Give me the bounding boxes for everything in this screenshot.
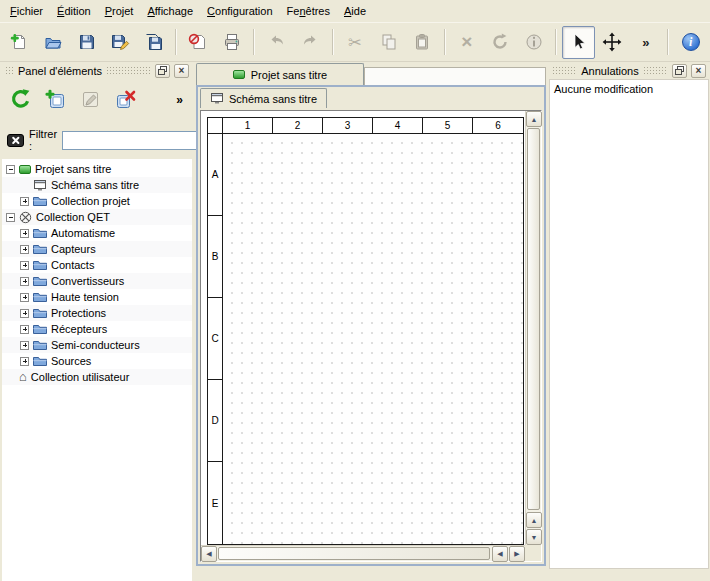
dock-grip[interactable] (643, 66, 668, 75)
tree-item-schema-sans-titre[interactable]: Schéma sans titre (2, 177, 192, 193)
expand-icon[interactable] (20, 293, 29, 302)
tree-item-collection-utilisateur[interactable]: ⌂Collection utilisateur (2, 369, 192, 385)
float-panel-button[interactable] (672, 64, 687, 78)
dock-grip[interactable] (106, 66, 151, 75)
open-document-icon (43, 32, 63, 52)
delete-element-button[interactable] (110, 84, 141, 115)
tree-item-convertisseurs[interactable]: Convertisseurs (2, 273, 192, 289)
about-info-button[interactable]: i (674, 26, 707, 59)
expand-icon[interactable] (20, 197, 29, 206)
scroll-up-button[interactable]: ▲ (526, 111, 542, 127)
scroll-down-button[interactable]: ▼ (526, 529, 542, 545)
menu-aide[interactable]: Aide (337, 0, 373, 22)
print-button[interactable] (216, 26, 249, 59)
ruler-row-label: E (208, 462, 223, 544)
horizontal-scrollbar[interactable]: ◀ ◀ ▶ (201, 545, 525, 561)
undo-list[interactable]: Aucune modification (549, 79, 709, 569)
cut-icon: ✂ (348, 33, 361, 52)
save-all-button[interactable] (138, 26, 171, 59)
project-tabbar: Projet sans titre (196, 62, 546, 85)
clear-filter-icon[interactable] (7, 132, 24, 149)
diagram-tab-label: Schéma sans titre (229, 93, 317, 105)
tree-item-haute-tension[interactable]: Haute tension (2, 289, 192, 305)
tree-item-contacts[interactable]: Contacts (2, 257, 192, 273)
dock-grip[interactable] (552, 66, 577, 75)
reload-button[interactable] (5, 84, 36, 115)
schematic-canvas[interactable]: 123456 ABCDE (201, 111, 525, 545)
tree-item-label: Collection QET (36, 211, 110, 223)
grid-area[interactable] (223, 134, 523, 544)
tree-item-projet-sans-titre[interactable]: Projet sans titre (2, 161, 192, 177)
expand-icon[interactable] (20, 341, 29, 350)
expand-icon[interactable] (20, 229, 29, 238)
close-panel-button[interactable]: × (174, 64, 189, 78)
column-ruler: 123456 (208, 118, 523, 134)
editor-area: Projet sans titre Schéma sans titre (196, 62, 546, 566)
tab-diagram[interactable]: Schéma sans titre (200, 88, 327, 108)
close-panel-button[interactable]: × (691, 64, 706, 78)
panel-overflow-chevron[interactable]: » (176, 93, 183, 107)
edit-element-button[interactable] (75, 84, 106, 115)
tree-item-sources[interactable]: Sources (2, 353, 192, 369)
menu-projet[interactable]: Projet (98, 0, 141, 22)
tree-item-semi-conducteurs[interactable]: Semi-conducteurs (2, 337, 192, 353)
move-mode-button[interactable] (596, 26, 629, 59)
vertical-scrollbar[interactable]: ▲ ▲ ▼ (525, 111, 541, 545)
menu-configuration[interactable]: Configuration (200, 0, 279, 22)
expand-icon[interactable] (20, 357, 29, 366)
collapse-icon[interactable] (6, 165, 15, 174)
save-button[interactable] (70, 26, 103, 59)
horizontal-scroll-thumb[interactable] (218, 547, 490, 560)
undo-button[interactable] (260, 26, 293, 59)
paste-button[interactable] (406, 26, 439, 59)
menu-fichier[interactable]: Fichier (3, 0, 50, 22)
elements-panel-title: Panel d'éléments (18, 65, 102, 77)
menu-edition[interactable]: Édition (50, 0, 98, 22)
vertical-scroll-thumb[interactable] (527, 128, 540, 510)
tab-project[interactable]: Projet sans titre (196, 63, 364, 85)
filter-input[interactable] (62, 131, 212, 150)
expand-icon[interactable] (20, 325, 29, 334)
cut-button[interactable]: ✂ (339, 26, 372, 59)
expand-icon[interactable] (20, 277, 29, 286)
tree-item-label: Collection utilisateur (31, 371, 129, 383)
open-document-button[interactable] (37, 26, 70, 59)
tree-item-automatisme[interactable]: Automatisme (2, 225, 192, 241)
toolbar-separator (175, 29, 177, 55)
expand-icon[interactable] (20, 245, 29, 254)
copy-button[interactable] (372, 26, 405, 59)
expand-icon[interactable] (20, 261, 29, 270)
collapse-icon[interactable] (6, 213, 15, 222)
qelectrotech-window: FichierÉditionProjetAffichageConfigurati… (0, 0, 710, 62)
expand-icon[interactable] (20, 309, 29, 318)
float-panel-button[interactable] (155, 64, 170, 78)
scroll-left-button-2[interactable]: ◀ (492, 546, 508, 562)
tree-item-recepteurs[interactable]: Récepteurs (2, 321, 192, 337)
ruler-row-label: A (208, 134, 223, 216)
scroll-left-button[interactable]: ◀ (201, 546, 217, 562)
tree-item-protections[interactable]: Protections (2, 305, 192, 321)
tree-item-collection-qet[interactable]: Collection QET (2, 209, 192, 225)
info-button[interactable] (518, 26, 551, 59)
delete-button[interactable]: × (451, 26, 484, 59)
delete-element-icon (114, 88, 137, 111)
save-icon (77, 32, 97, 52)
select-cursor-icon (569, 32, 589, 52)
tree-item-label: Sources (51, 355, 91, 367)
new-document-button[interactable] (3, 26, 36, 59)
about-info-icon: i (682, 33, 700, 51)
select-cursor-button[interactable] (562, 26, 595, 59)
close-file-button[interactable] (182, 26, 215, 59)
overflow-chevron-button[interactable]: » (630, 26, 663, 59)
tree-item-capteurs[interactable]: Capteurs (2, 241, 192, 257)
tree-item-collection-projet[interactable]: Collection projet (2, 193, 192, 209)
menu-fenetres[interactable]: Fenêtres (280, 0, 337, 22)
rotate-button[interactable] (484, 26, 517, 59)
scroll-right-button[interactable]: ▶ (509, 546, 525, 562)
redo-button[interactable] (294, 26, 327, 59)
menu-affichage[interactable]: Affichage (140, 0, 200, 22)
save-as-button[interactable] (104, 26, 137, 59)
scroll-up-button-2[interactable]: ▲ (526, 512, 542, 528)
dock-grip[interactable] (5, 66, 14, 75)
new-element-button[interactable] (40, 84, 71, 115)
